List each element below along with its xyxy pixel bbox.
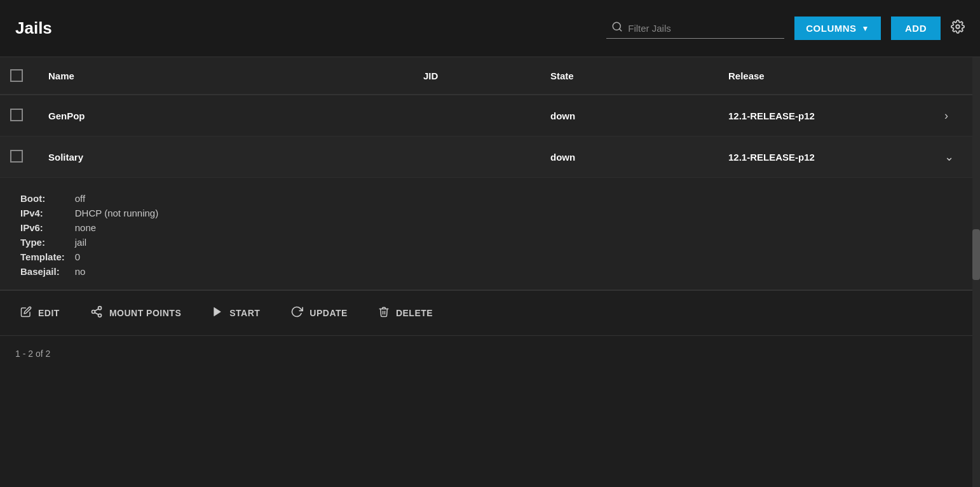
chevron-down-icon: ▼ (862, 24, 869, 33)
add-button[interactable]: ADD (891, 17, 941, 40)
search-icon (611, 21, 623, 36)
start-button[interactable]: START (212, 301, 260, 326)
update-icon (290, 305, 303, 321)
row-checkbox[interactable] (10, 150, 23, 163)
select-all-checkbox[interactable] (10, 69, 23, 82)
row-state: down (550, 110, 728, 121)
row-expand[interactable]: ⌄ (944, 150, 970, 164)
header-checkbox-col (10, 69, 48, 82)
svg-line-6 (95, 312, 99, 314)
scrollbar[interactable] (972, 57, 980, 487)
row-release: 12.1-RELEASE-p12 (728, 110, 944, 121)
template-label: Template: (20, 251, 65, 262)
delete-icon (378, 306, 390, 321)
page-title: Jails (15, 18, 52, 38)
mount-points-icon (90, 305, 103, 321)
footer: 1 - 2 of 2 (0, 336, 980, 371)
header-jid-col: JID (423, 70, 550, 81)
template-value: 0 (75, 251, 275, 262)
svg-point-2 (956, 25, 960, 29)
start-icon (212, 306, 223, 321)
row-checkbox[interactable] (10, 109, 23, 121)
boot-value: off (75, 193, 275, 204)
edit-button[interactable]: EDIT (20, 301, 60, 326)
edit-icon (20, 306, 32, 321)
svg-line-1 (620, 29, 622, 30)
ipv6-value: none (75, 222, 275, 233)
scrollbar-thumb[interactable] (972, 229, 980, 280)
row-name: Solitary (48, 152, 423, 163)
row-check-col (10, 109, 48, 123)
table-row[interactable]: Solitary down 12.1-RELEASE-p12 ⌄ (0, 137, 980, 178)
ipv4-value: DHCP (not running) (75, 208, 275, 218)
columns-button[interactable]: COLUMNS ▼ (794, 17, 881, 40)
ipv6-label: IPv6: (20, 222, 65, 233)
boot-label: Boot: (20, 193, 65, 204)
type-value: jail (75, 237, 275, 248)
pagination-text: 1 - 2 of 2 (15, 349, 50, 359)
row-release: 12.1-RELEASE-p12 (728, 152, 944, 163)
row-expand[interactable]: › (944, 109, 970, 123)
table-header: Name JID State Release (0, 57, 980, 95)
detail-grid: Boot: off IPv4: DHCP (not running) IPv6:… (20, 193, 275, 277)
row-state: down (550, 152, 728, 163)
update-button[interactable]: UPDATE (290, 300, 348, 326)
action-bar: EDIT MOUNT POINTS START (0, 290, 980, 336)
settings-button[interactable] (951, 20, 965, 37)
ipv4-label: IPv4: (20, 208, 65, 218)
type-label: Type: (20, 237, 65, 248)
search-input[interactable] (628, 23, 768, 34)
basejail-value: no (75, 266, 275, 277)
row-check-col (10, 150, 48, 164)
header-state-col: State (550, 70, 728, 81)
delete-button[interactable]: DELETE (378, 301, 433, 326)
svg-line-7 (95, 309, 99, 310)
svg-marker-8 (214, 307, 221, 316)
page-header: Jails COLUMNS ▼ ADD (0, 0, 980, 57)
mount-points-button[interactable]: MOUNT POINTS (90, 300, 181, 326)
basejail-label: Basejail: (20, 266, 65, 277)
row-name: GenPop (48, 110, 423, 121)
search-wrapper (606, 18, 784, 39)
detail-panel: Boot: off IPv4: DHCP (not running) IPv6:… (0, 178, 980, 290)
header-release-col: Release (728, 70, 944, 81)
header-name-col: Name (48, 70, 423, 81)
table-row[interactable]: GenPop down 12.1-RELEASE-p12 › (0, 95, 980, 137)
